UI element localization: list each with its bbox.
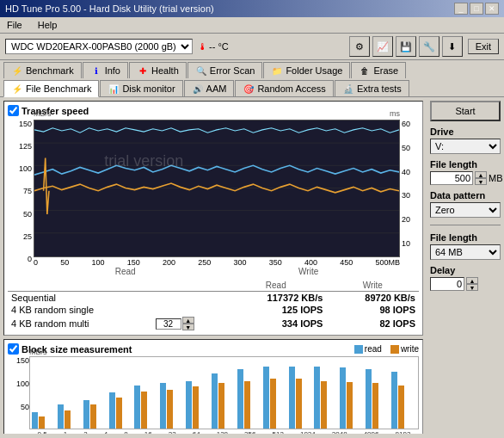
file-length-input[interactable] [430, 171, 473, 185]
bar-group [263, 367, 288, 429]
title-bar-buttons: _ □ ✕ [454, 3, 499, 15]
file-length-input-row: ▲ ▼ MB [430, 171, 501, 185]
extra-tests-icon: 🔬 [342, 83, 354, 95]
start-button[interactable]: Start [430, 101, 501, 121]
drive-select[interactable]: V: [430, 139, 501, 154]
file-length-down-button[interactable]: ▼ [475, 178, 487, 185]
folder-icon: 📁 [271, 65, 283, 77]
read-col-header: Read [225, 280, 326, 292]
chart-wrapper: 150 125 100 75 50 25 0 MB/s ms trial ver… [8, 120, 419, 276]
disk-select[interactable]: WDC WD20EARX-00PASB0 (2000 gB) [5, 39, 193, 54]
delay-input[interactable] [430, 277, 464, 291]
tab-error-scan[interactable]: 🔍 Error Scan [187, 62, 263, 78]
bar-group [109, 392, 134, 429]
main-content: Transfer speed 150 125 100 75 50 25 0 MB… [0, 97, 504, 434]
settings-icon[interactable]: ⚙ [349, 36, 370, 57]
write-bar [167, 390, 173, 429]
write-bar [244, 381, 250, 429]
read-bar [340, 367, 346, 429]
error-scan-icon: 🔍 [195, 65, 207, 77]
exit-button[interactable]: Exit [468, 39, 499, 54]
block-chart-header: Block size measurement read write [8, 343, 419, 355]
tools-icon[interactable]: 🔧 [419, 36, 439, 57]
menu-file[interactable]: File [3, 19, 26, 31]
stats-row-sequential: Sequential 117372 KB/s 89720 KB/s [8, 292, 419, 305]
graph-icon[interactable]: 📈 [372, 36, 393, 57]
info-icon: ℹ [90, 65, 102, 77]
file-length-up-button[interactable]: ▲ [475, 171, 487, 178]
write-col-header: Write [326, 280, 419, 292]
benchmark-chart: trial version [34, 120, 400, 257]
file-length-select2[interactable]: 64 MB [430, 244, 501, 260]
block-size-label[interactable]: Block size measurement [8, 343, 132, 355]
legend-read: read [354, 344, 382, 354]
read-bar [237, 369, 243, 429]
save-icon[interactable]: 💾 [396, 36, 416, 57]
bar-group [366, 369, 390, 429]
y-axis-left: 150 125 100 75 50 25 0 [8, 120, 32, 276]
tab-benchmark[interactable]: ⚡ Benchmark [3, 62, 82, 78]
tab-folder-usage[interactable]: 📁 Folder Usage [263, 62, 350, 78]
block-x-labels: 0.5 1 2 4 8 16 32 64 128 256 512 1024 20… [29, 430, 419, 434]
tab-health[interactable]: ✚ Health [129, 62, 187, 78]
4kb-single-write-val: 98 IOPS [326, 304, 419, 316]
aam-icon: 🔊 [192, 83, 204, 95]
write-bar [296, 379, 302, 429]
read-write-labels: Read Write [34, 267, 400, 276]
sequential-read-val: 117372 KB/s [225, 292, 326, 305]
read-bar [366, 369, 372, 429]
bar-group [160, 383, 185, 429]
down-arrow-icon[interactable]: ⬇ [442, 36, 463, 57]
4kb-multi-write-val: 82 IOPS [326, 316, 419, 331]
spinner-down-button[interactable]: ▼ [182, 324, 194, 330]
bar-group [237, 369, 262, 429]
minimize-button[interactable]: _ [454, 3, 468, 15]
tab-file-benchmark[interactable]: ⚡ File Benchmark [3, 80, 99, 97]
drive-label: Drive [430, 126, 501, 137]
tab-erase[interactable]: 🗑 Erase [351, 62, 406, 78]
legend-write: write [390, 344, 419, 354]
transfer-speed-checkbox[interactable] [8, 105, 19, 116]
delay-down-button[interactable]: ▼ [466, 284, 478, 291]
maximize-button[interactable]: □ [470, 3, 483, 15]
write-bar [218, 383, 224, 429]
write-bar [193, 386, 199, 429]
data-pattern-select[interactable]: Zero [430, 202, 501, 218]
read-bar [32, 412, 38, 429]
panel-divider [430, 225, 501, 225]
read-bar [391, 372, 397, 429]
chart-area: MB/s ms trial version [34, 120, 400, 276]
spinner-up-button[interactable]: ▲ [182, 317, 194, 324]
tab-info[interactable]: ℹ Info [83, 62, 128, 78]
close-button[interactable]: ✕ [485, 3, 499, 15]
bar-group [289, 367, 314, 429]
random-access-icon: 🎯 [243, 83, 255, 95]
read-bar [109, 392, 115, 429]
tab-aam[interactable]: 🔊 AAM [184, 80, 235, 96]
sequential-label: Sequential [8, 292, 152, 305]
tab-disk-monitor[interactable]: 📊 Disk monitor [100, 80, 182, 96]
read-bar [58, 404, 64, 429]
disk-monitor-icon: 📊 [108, 83, 120, 95]
read-bar [186, 381, 192, 429]
bar-group [83, 400, 108, 429]
block-bars-container [29, 356, 419, 429]
bar-group [58, 404, 83, 429]
delay-up-button[interactable]: ▲ [466, 277, 478, 284]
bar-group [314, 367, 339, 429]
menu-help[interactable]: Help [34, 19, 61, 31]
write-bar [270, 379, 276, 429]
block-size-checkbox[interactable] [8, 343, 19, 355]
tab-random-access[interactable]: 🎯 Random Access [235, 80, 333, 96]
write-bar [39, 416, 45, 429]
bar-group [32, 412, 57, 429]
tab-extra-tests[interactable]: 🔬 Extra tests [335, 80, 409, 96]
multi-spinner-input[interactable] [156, 318, 181, 330]
benchmark-icon: ⚡ [11, 65, 23, 77]
thermometer-icon: 🌡 [198, 41, 207, 52]
title-bar-title: HD Tune Pro 5.00 - Hard Disk Utility (tr… [5, 3, 214, 14]
file-length-label2: File length [430, 232, 501, 243]
block-mbs-label: MB/s [29, 348, 47, 356]
title-bar: HD Tune Pro 5.00 - Hard Disk Utility (tr… [0, 0, 504, 17]
stats-row-4kb-single: 4 KB random single 125 IOPS 98 IOPS [8, 304, 419, 316]
